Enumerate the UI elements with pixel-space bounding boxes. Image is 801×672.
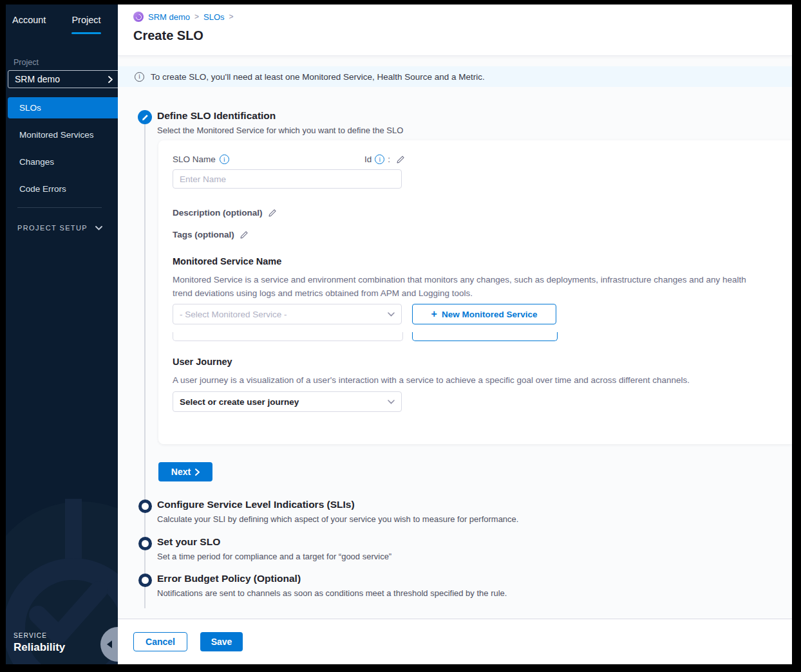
project-setup-toggle[interactable]: PROJECT SETUP: [17, 224, 102, 232]
active-tab-underline: [71, 32, 100, 34]
app-window: Account Project Project SRM demo SLOs Mo…: [6, 5, 792, 664]
project-setup-label: PROJECT SETUP: [17, 224, 88, 232]
step-ring-icon: [138, 537, 152, 550]
sidebar-divider: [17, 207, 102, 208]
sidebar-item-label: Code Errors: [19, 184, 66, 194]
breadcrumb-link-slos[interactable]: SLOs: [203, 12, 225, 22]
button-ghost-outline: [412, 332, 558, 341]
tab-project-label: Project: [71, 15, 100, 25]
step-ring-icon: [138, 574, 152, 587]
breadcrumb: SRM demo > SLOs >: [133, 5, 792, 22]
chevron-down-icon: [388, 312, 395, 317]
wizard-step-error-budget[interactable]: Error Budget Policy (Optional) Notificat…: [138, 573, 779, 598]
edit-description-icon: [268, 209, 277, 218]
slo-name-label: SLO Name: [173, 154, 216, 164]
step-description: Calculate your SLI by defining which asp…: [157, 514, 779, 524]
new-monitored-service-button[interactable]: + New Monitored Service: [412, 304, 556, 324]
chevron-right-icon: [108, 76, 113, 83]
step-title: Error Budget Policy (Optional): [157, 573, 779, 584]
id-info-icon[interactable]: i: [375, 154, 384, 164]
module-brand: SERVICE Reliability: [14, 632, 65, 654]
description-toggle[interactable]: Description (optional): [173, 208, 277, 218]
project-section-label: Project: [14, 58, 39, 67]
content-area: SRM demo > SLOs > Create SLO i To create…: [118, 5, 792, 664]
save-button[interactable]: Save: [200, 632, 243, 651]
chevron-down-icon: [95, 226, 102, 230]
sidebar-nav: SLOs Monitored Services Changes Code Err…: [6, 97, 118, 205]
wizard-step-set-slo[interactable]: Set your SLO Set a time period for compl…: [138, 536, 779, 561]
sidebar-item-monitored-services[interactable]: Monitored Services: [8, 124, 118, 145]
module-eyebrow: SERVICE: [14, 632, 65, 639]
user-journey-select-value: Select or create user journey: [180, 397, 299, 407]
step1-subtitle: Select the Monitored Service for which y…: [157, 126, 403, 135]
monitored-service-select-placeholder: - Select Monitored Service -: [180, 310, 287, 319]
cancel-button[interactable]: Cancel: [133, 632, 187, 651]
sidebar-item-slos[interactable]: SLOs: [8, 97, 118, 118]
collapse-arrow-icon: [107, 640, 112, 648]
select-ghost-outline: [173, 332, 403, 341]
step1-title: Define SLO Identification: [157, 110, 276, 122]
step-title: Configure Service Level Indicatiors (SLI…: [157, 499, 779, 510]
tab-account[interactable]: Account: [12, 15, 46, 34]
module-name: Reliability: [14, 641, 65, 654]
edit-id-icon[interactable]: [396, 155, 405, 164]
sidebar-item-label: SLOs: [19, 103, 41, 113]
user-journey-select[interactable]: Select or create user journey: [173, 391, 402, 412]
main-panel: i To create SLO, you'll need at least on…: [118, 56, 792, 619]
page-title: Create SLO: [133, 28, 792, 43]
plus-icon: +: [431, 308, 437, 320]
scope-tabs: Account Project: [6, 5, 118, 34]
chevron-down-icon: [388, 400, 395, 404]
info-banner: i To create SLO, you'll need at least on…: [118, 66, 792, 87]
tab-project[interactable]: Project: [71, 15, 100, 34]
step-ring-icon: [138, 499, 152, 513]
monitored-service-select[interactable]: - Select Monitored Service -: [173, 304, 402, 324]
tags-toggle[interactable]: Tags (optional): [173, 230, 249, 239]
description-label: Description (optional): [173, 208, 263, 218]
new-monitored-service-label: New Monitored Service: [442, 310, 538, 319]
sidebar-item-label: Changes: [19, 157, 54, 167]
user-journey-description: A user journey is a visualization of a u…: [173, 373, 759, 387]
step-description: Notifications are sent to channels as so…: [157, 588, 779, 598]
slo-identification-card: SLO Name i Id i : Description (optional)…: [158, 140, 792, 444]
breadcrumb-link-project[interactable]: SRM demo: [148, 12, 190, 22]
breadcrumb-separator: >: [229, 12, 234, 21]
slo-name-input[interactable]: [173, 169, 402, 189]
monitored-service-heading: Monitored Service Name: [173, 256, 281, 266]
edit-tags-icon: [240, 230, 249, 239]
srm-module-icon: [133, 12, 144, 22]
next-button-label: Next: [171, 467, 191, 477]
chevron-right-icon: [195, 469, 200, 476]
project-selector-value: SRM demo: [15, 74, 60, 84]
sidebar: Account Project Project SRM demo SLOs Mo…: [6, 5, 118, 664]
info-icon: i: [135, 72, 144, 82]
page-footer: Cancel Save: [118, 619, 792, 664]
sidebar-item-changes[interactable]: Changes: [8, 151, 118, 173]
id-separator: :: [388, 154, 390, 164]
step1-edit-icon: [138, 110, 152, 124]
sidebar-item-code-errors[interactable]: Code Errors: [8, 178, 118, 200]
tags-label: Tags (optional): [173, 230, 234, 239]
info-banner-text: To create SLO, you'll need at least one …: [151, 72, 485, 82]
tab-account-label: Account: [12, 15, 46, 25]
page-header: SRM demo > SLOs > Create SLO: [118, 5, 792, 56]
wizard-step-slis[interactable]: Configure Service Level Indicatiors (SLI…: [138, 499, 779, 524]
breadcrumb-separator: >: [194, 12, 199, 21]
slo-name-info-icon[interactable]: i: [220, 154, 229, 164]
id-label: Id: [364, 154, 372, 164]
user-journey-heading: User Journey: [173, 357, 232, 367]
next-button[interactable]: Next: [158, 462, 212, 481]
step-description: Set a time period for compliance and a t…: [157, 552, 779, 561]
project-selector[interactable]: SRM demo: [8, 70, 118, 88]
step-title: Set your SLO: [157, 536, 779, 548]
sidebar-item-label: Monitored Services: [19, 130, 94, 140]
monitored-service-description: Monitored Service is a service and envir…: [173, 273, 759, 300]
